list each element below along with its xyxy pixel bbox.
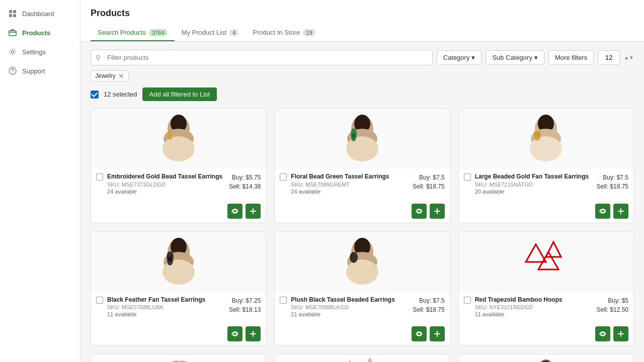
sidebar-item-support[interactable]: Support: [0, 61, 80, 80]
product-image-5: [275, 232, 449, 292]
sidebar: Dashboard Products Settings: [0, 0, 80, 362]
product-image-6: [459, 232, 633, 292]
content-area: ⚲ Category ▾ Sub Category ▾ More filters…: [80, 42, 644, 362]
product-checkbox-4[interactable]: [96, 297, 103, 304]
search-icon: ⚲: [96, 54, 101, 62]
svg-marker-50: [362, 359, 377, 362]
tab-mylist-label: My Product List: [182, 29, 227, 36]
active-filters-row: Jewelry ✕: [91, 70, 634, 81]
filter-bar: ⚲ Category ▾ Sub Category ▾ More filters…: [91, 50, 634, 65]
sidebar-item-dashboard[interactable]: Dashboard: [0, 4, 80, 23]
view-button-5[interactable]: [412, 326, 427, 341]
per-page-input[interactable]: 12: [598, 50, 620, 65]
product-info-2: Floral Bead Green Tassel Earrings SKU: M…: [275, 169, 449, 201]
svg-point-13: [168, 132, 172, 140]
tab-instore-count: 19: [303, 29, 315, 36]
svg-point-40: [350, 252, 358, 263]
chevron-down-icon: ▾: [534, 54, 538, 61]
svg-point-41: [418, 332, 421, 335]
main-content: Products Search Products 3764 My Product…: [80, 0, 644, 362]
tag-label: Jewelry: [95, 72, 116, 79]
view-button-1[interactable]: [227, 204, 243, 219]
product-price-4: Buy: $7.25 Sell: $18.13: [229, 296, 261, 314]
tab-search-count: 3764: [149, 29, 167, 36]
product-available-3: 20 available: [475, 189, 593, 195]
product-checkbox-2[interactable]: [280, 173, 287, 180]
sub-category-filter-button[interactable]: Sub Category ▾: [486, 50, 544, 65]
product-price-6: Buy: $5 Sell: $12.50: [597, 296, 628, 314]
product-info-6: Red Trapezoid Bamboo Hoops SKU: NYE3121R…: [459, 292, 633, 324]
svg-rect-3: [13, 14, 16, 17]
product-actions-6: [459, 323, 633, 345]
add-button-1[interactable]: [246, 204, 261, 219]
product-available-1: 24 available: [107, 189, 225, 195]
product-card-6: Red Trapezoid Bamboo Hoops SKU: NYE3121R…: [458, 231, 634, 346]
product-image-1: [91, 109, 266, 169]
tab-my-product-list[interactable]: My Product List 4: [175, 25, 246, 41]
add-button-6[interactable]: [613, 326, 628, 341]
product-sku-5: SKU: MSE7088BLKGD: [291, 304, 409, 310]
product-card-3: Large Beaded Gold Fan Tassel Earrings SK…: [458, 108, 634, 223]
tag-close-button[interactable]: ✕: [118, 72, 124, 79]
product-card-5: Plush Black Tassel Beaded Earrings SKU: …: [274, 231, 450, 346]
category-filter-button[interactable]: Category ▾: [437, 50, 482, 65]
product-checkbox-1[interactable]: [96, 173, 103, 180]
add-button-4[interactable]: [246, 326, 261, 341]
gear-icon: [8, 47, 17, 56]
partial-card-3: [458, 354, 634, 362]
product-checkbox-6[interactable]: [464, 297, 471, 304]
product-price-2: Buy: $7.5 Sell: $18.75: [413, 173, 444, 191]
grid-icon: [8, 9, 17, 18]
svg-point-5: [12, 51, 14, 53]
selected-count-label: 12 selected: [104, 90, 137, 98]
view-button-2[interactable]: [412, 204, 427, 219]
select-all-checkbox[interactable]: [91, 90, 99, 99]
product-info-5: Plush Black Tassel Beaded Earrings SKU: …: [275, 292, 449, 324]
sidebar-label-support: Support: [22, 67, 45, 75]
add-all-filtered-to-list-button[interactable]: Add all filtered to List: [142, 87, 217, 101]
add-button-2[interactable]: [430, 204, 445, 219]
product-info-3: Large Beaded Gold Fan Tassel Earrings SK…: [459, 169, 633, 201]
sidebar-item-settings[interactable]: Settings: [0, 42, 80, 61]
add-button-3[interactable]: [613, 204, 628, 219]
product-actions-1: [91, 201, 266, 223]
svg-marker-42: [526, 244, 546, 262]
jewelry-tag: Jewelry ✕: [91, 70, 129, 81]
svg-point-34: [167, 256, 173, 265]
product-info-4: Black Feather Fan Tassel Earrings SKU: M…: [91, 292, 266, 324]
product-available-6: 11 available: [475, 311, 593, 317]
product-name-5: Plush Black Tassel Beaded Earrings: [291, 296, 409, 304]
more-filters-button[interactable]: More filters: [548, 50, 594, 65]
product-actions-2: [275, 201, 449, 223]
svg-point-20: [351, 133, 356, 141]
view-button-6[interactable]: [595, 326, 610, 341]
product-info-1: Embroidered Gold Bead Tassel Earrings SK…: [91, 169, 266, 201]
tab-product-in-store[interactable]: Product In Store 19: [246, 25, 322, 41]
svg-point-45: [601, 332, 604, 335]
tab-search-products[interactable]: Search Products 3764: [91, 25, 175, 41]
svg-point-32: [163, 259, 195, 285]
product-name-3: Large Beaded Gold Fan Tassel Earrings: [475, 173, 593, 181]
product-available-4: 11 available: [107, 311, 225, 317]
question-icon: [8, 66, 17, 75]
product-checkbox-5[interactable]: [280, 297, 287, 304]
product-sku-1: SKU: MSE7373GLDGD: [107, 182, 225, 188]
product-available-5: 21 available: [291, 311, 409, 317]
svg-rect-4: [9, 31, 16, 36]
svg-point-39: [346, 259, 378, 285]
selection-bar: 12 selected Add all filtered to List: [91, 87, 634, 101]
partial-product-row: [91, 354, 634, 362]
product-actions-3: [459, 201, 633, 223]
product-sku-3: SKU: MSE7215NATGD: [475, 182, 593, 188]
sidebar-item-products[interactable]: Products: [0, 23, 80, 42]
add-button-5[interactable]: [430, 326, 445, 341]
product-price-3: Buy: $7.5 Sell: $18.75: [597, 173, 628, 191]
product-checkbox-3[interactable]: [464, 173, 471, 180]
view-button-3[interactable]: [595, 204, 610, 219]
svg-rect-2: [9, 14, 12, 17]
search-input[interactable]: [91, 50, 433, 65]
product-image-4: [91, 232, 266, 292]
svg-point-28: [601, 210, 604, 213]
view-button-4[interactable]: [227, 326, 243, 341]
product-name-6: Red Trapezoid Bamboo Hoops: [475, 296, 593, 304]
